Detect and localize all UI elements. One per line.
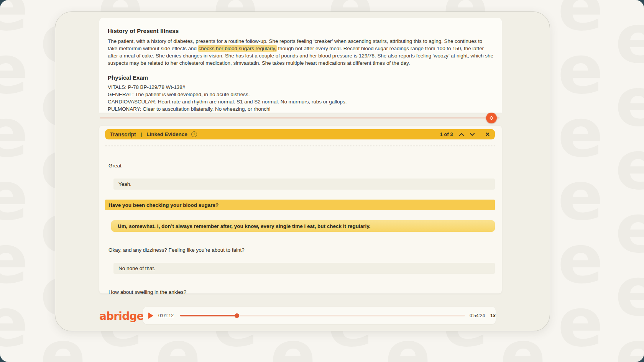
transcript-row-clinician[interactable]: Great xyxy=(108,162,122,169)
watermark-e-glyph: e xyxy=(0,226,28,293)
header-separator: | xyxy=(140,131,143,137)
watermark-e-glyph: e xyxy=(213,352,258,362)
transcript-header-bar: Transcript | Linked Evidence i 1 of 3 ✕ xyxy=(105,129,495,139)
total-time: 0:54:24 xyxy=(470,313,485,318)
watermark-e-glyph: e xyxy=(615,259,644,326)
transcript-row-clinician-highlighted[interactable]: Have you been checking your blood sugars… xyxy=(105,200,495,210)
transcript-row-clinician[interactable]: Okay, and any dizziness? Feeling like yo… xyxy=(108,246,245,253)
watermark-e-glyph: e xyxy=(0,352,28,362)
evidence-match-counter: 1 of 3 xyxy=(440,131,453,137)
watermark-e-glyph: e xyxy=(615,132,644,199)
progress-knob[interactable] xyxy=(235,313,239,318)
next-match-button[interactable] xyxy=(469,131,476,138)
watermark-e-glyph: e xyxy=(98,352,143,362)
pe-line-vitals: VITALS: P-78 BP-129/78 Wt-138# xyxy=(108,84,493,91)
watermark-e-glyph: e xyxy=(328,352,373,362)
previous-match-button[interactable] xyxy=(458,131,465,138)
watermark-e-glyph: e xyxy=(558,163,603,230)
play-button[interactable] xyxy=(148,313,153,319)
audio-player: 0:01:12 0:54:24 1x xyxy=(143,307,496,324)
physical-exam-lines: VITALS: P-78 BP-129/78 Wt-138# GENERAL: … xyxy=(108,84,493,113)
watermark-e-glyph: e xyxy=(558,352,603,362)
playback-speed-button[interactable]: 1x xyxy=(490,313,496,318)
watermark-e-glyph: e xyxy=(615,195,644,262)
watermark-e-glyph: e xyxy=(443,352,488,362)
transcript-row-patient-highlighted[interactable]: Um, somewhat. I, don’t always remember a… xyxy=(111,220,495,232)
watermark-e-glyph: e xyxy=(0,36,28,103)
pe-line-general: GENERAL: The patient is well developed, … xyxy=(108,91,493,98)
watermark-e-glyph: e xyxy=(558,289,603,356)
current-time: 0:01:12 xyxy=(158,313,175,318)
hpi-section-title: History of Present Illness xyxy=(108,28,493,34)
clinical-note-card: History of Present Illness The patient, … xyxy=(99,18,502,113)
progress-track[interactable] xyxy=(180,315,465,316)
transcript-row-clinician[interactable]: How about swelling in the ankles? xyxy=(108,288,186,295)
watermark-e-glyph: e xyxy=(615,69,644,136)
play-icon xyxy=(148,313,153,319)
splitter-divider xyxy=(100,118,499,118)
hpi-paragraph: The patient, with a history of diabetes,… xyxy=(108,38,493,67)
watermark-e-glyph: e xyxy=(0,100,28,167)
transcript-row-patient[interactable]: No none of that. xyxy=(113,263,495,274)
close-icon[interactable]: ✕ xyxy=(485,131,490,137)
splitter-drag-handle-button[interactable] xyxy=(486,113,497,123)
pe-line-cardiovascular: CARDIOVASCULAR: Heart rate and rhythm ar… xyxy=(108,98,493,105)
tab-transcript[interactable]: Transcript xyxy=(110,131,136,138)
chevron-up-icon xyxy=(459,132,464,137)
hpi-evidence-highlight[interactable]: checks her blood sugars regularly, xyxy=(198,45,277,52)
info-icon[interactable]: i xyxy=(191,131,197,137)
dotted-separator xyxy=(105,146,495,146)
watermark-e-glyph: e xyxy=(558,226,603,293)
demo-panel: History of Present Illness The patient, … xyxy=(55,11,550,331)
watermark-e-glyph: e xyxy=(558,36,603,103)
watermark-e-glyph: e xyxy=(0,289,28,356)
transcript-row-patient[interactable]: Yeah. xyxy=(113,179,495,190)
watermark-e-glyph: e xyxy=(615,6,644,73)
resize-diamond-icon xyxy=(488,115,495,121)
watermark-e-glyph: e xyxy=(615,322,644,362)
watermark-e-glyph: e xyxy=(558,100,603,167)
transcript-panel: Transcript | Linked Evidence i 1 of 3 ✕ xyxy=(99,126,502,293)
watermark-e-glyph: e xyxy=(0,163,28,230)
tab-linked-evidence[interactable]: Linked Evidence xyxy=(146,131,187,137)
abridge-logo: abridge xyxy=(99,310,144,323)
chevron-down-icon xyxy=(470,132,475,137)
physical-exam-section-title: Physical Exam xyxy=(108,74,493,81)
progress-filled xyxy=(180,315,237,316)
pe-line-pulmonary: PULMONARY: Clear to auscultation bilater… xyxy=(108,105,493,113)
app-window: eeeeeeeeeeeeeeeeeeeeeeeeeeeeeeeeeeeeeeee… xyxy=(0,0,644,362)
